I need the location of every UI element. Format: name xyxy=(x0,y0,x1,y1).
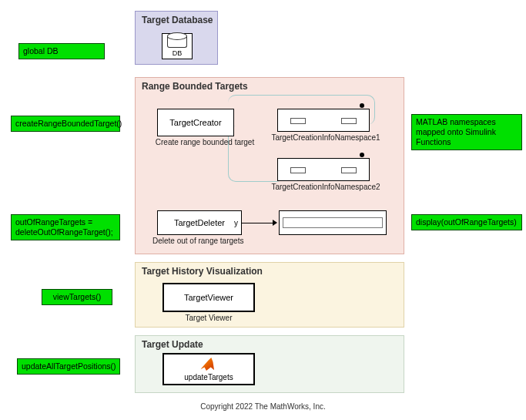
fn-port-icon xyxy=(290,167,306,173)
event-dot-icon xyxy=(360,153,364,157)
panel-range-bounded-targets: Range Bounded Targets TargetCreator Crea… xyxy=(135,77,404,254)
caption-target-creator: Create range bounded target xyxy=(151,138,259,146)
label-create-range-bounded-target: createRangeBoundedTarget() xyxy=(11,116,120,132)
caption-target-viewer: Target Viewer xyxy=(178,314,240,322)
matlab-logo-icon xyxy=(200,358,218,371)
block-target-creator[interactable]: TargetCreator xyxy=(157,109,234,136)
panel-title-rbt: Range Bounded Targets xyxy=(142,81,248,92)
label-update-all-positions: updateAllTargetPositions() xyxy=(17,358,120,375)
label-view-targets: viewTargets() xyxy=(42,289,112,305)
caption-namespace2: TargetCreationInfoNamespace2 xyxy=(268,183,384,191)
block-display-sink[interactable] xyxy=(279,210,387,235)
copyright-footer: Copyright 2022 The MathWorks, Inc. xyxy=(0,402,526,411)
panel-target-history: Target History Visualization TargetViewe… xyxy=(135,262,404,328)
port-label-y: y xyxy=(234,219,238,227)
block-db[interactable]: DB xyxy=(162,33,193,59)
block-target-viewer[interactable]: TargetViewer xyxy=(162,283,255,312)
block-update-targets-name: updateTargets xyxy=(184,373,233,381)
db-icon xyxy=(167,36,187,48)
block-update-targets[interactable]: updateTargets xyxy=(162,353,255,385)
caption-namespace1: TargetCreationInfoNamespace1 xyxy=(268,133,384,142)
fn-port-icon xyxy=(341,118,357,124)
event-dot-icon xyxy=(360,103,364,108)
label-delete-out-of-range: outOfRangeTargets = deleteOutOfRangeTarg… xyxy=(11,214,120,240)
caption-target-deleter: Delete out of range targets xyxy=(152,237,260,245)
block-target-creator-name: TargetCreator xyxy=(169,118,221,127)
panel-title-db: Target Database xyxy=(142,15,213,25)
block-target-deleter[interactable]: TargetDeleter y xyxy=(157,210,242,235)
panel-title-upd: Target Update xyxy=(142,339,203,350)
signal-line xyxy=(242,223,273,223)
label-global-db: global DB xyxy=(18,43,105,59)
arrow-head-icon xyxy=(273,220,277,226)
block-namespace2[interactable] xyxy=(277,158,370,181)
panel-target-update: Target Update updateTargets xyxy=(135,335,404,393)
label-matlab-namespaces: MATLAB namespaces mapped onto Simulink F… xyxy=(411,114,522,150)
block-namespace1[interactable] xyxy=(277,109,370,132)
block-target-viewer-name: TargetViewer xyxy=(184,293,233,302)
block-db-text: DB xyxy=(173,49,183,57)
label-display-out-of-range: display(outOfRangeTargets) xyxy=(411,214,522,230)
display-slot-icon xyxy=(283,217,383,228)
fn-port-icon xyxy=(341,167,357,173)
block-target-deleter-name: TargetDeleter xyxy=(174,218,225,227)
panel-target-database: Target Database DB xyxy=(135,11,218,65)
panel-title-hist: Target History Visualization xyxy=(142,266,263,277)
fn-port-icon xyxy=(290,118,306,124)
